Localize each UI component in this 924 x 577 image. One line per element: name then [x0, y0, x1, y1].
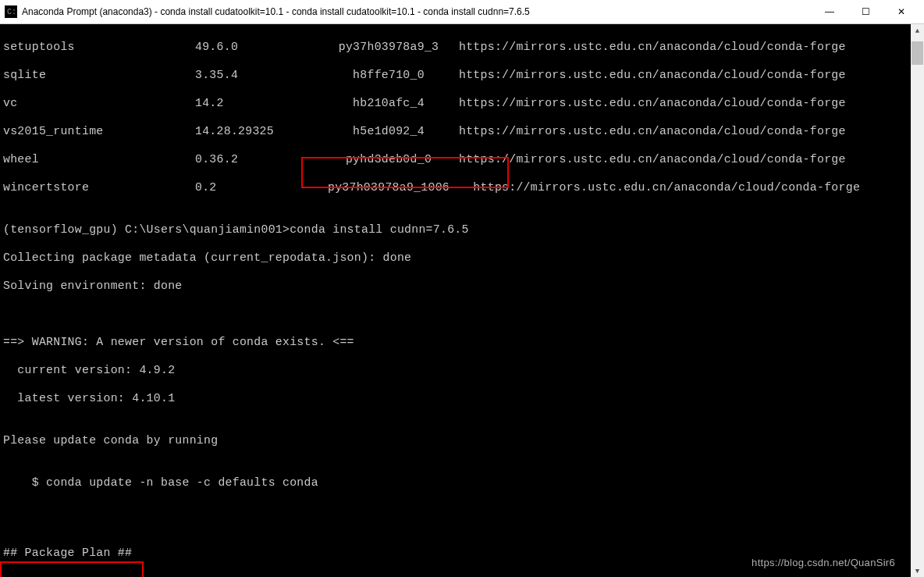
pkg-row: vc14.2hb210afc_4https://mirrors.ustc.edu…: [3, 96, 908, 110]
term-line: Solving environment: done: [3, 279, 908, 293]
scroll-up-arrow[interactable]: ▲: [911, 24, 924, 37]
app-icon: C:\: [5, 5, 17, 18]
terminal-output[interactable]: setuptools49.6.0py37h03978a9_3https://mi…: [0, 24, 911, 577]
vertical-scrollbar[interactable]: ▲ ▼: [911, 24, 924, 577]
watermark-text: https://blog.csdn.net/QuanSir6: [752, 556, 895, 570]
close-button[interactable]: ✕: [883, 0, 919, 23]
highlight-box-proceed: [0, 561, 144, 577]
maximize-button[interactable]: ☐: [848, 0, 883, 23]
term-line: Collecting package metadata (current_rep…: [3, 251, 908, 265]
pkg-row: vs2015_runtime14.28.29325h5e1d092_4https…: [3, 124, 908, 138]
term-line: current version: 4.9.2: [3, 363, 908, 377]
window-titlebar: C:\ Anaconda Prompt (anaconda3) - conda …: [0, 0, 924, 24]
pkg-row: wincertstore0.2py37h03978a9_1006 https:/…: [3, 180, 908, 194]
pkg-row: setuptools49.6.0py37h03978a9_3https://mi…: [3, 40, 908, 54]
pkg-row: wheel0.36.2pyhd3deb0d_0https://mirrors.u…: [3, 152, 908, 166]
minimize-button[interactable]: —: [812, 0, 848, 23]
svg-text:C:\: C:\: [7, 8, 17, 16]
term-line: $ conda update -n base -c defaults conda: [3, 475, 908, 490]
term-line: ==> WARNING: A newer version of conda ex…: [3, 335, 908, 349]
window-title: Anaconda Prompt (anaconda3) - conda inst…: [22, 6, 812, 17]
term-line: Please update conda by running: [3, 433, 908, 447]
scroll-thumb[interactable]: [912, 41, 923, 65]
term-line: latest version: 4.10.1: [3, 391, 908, 405]
prompt-command: conda install cudnn=7.6.5: [290, 223, 469, 236]
pkg-row: sqlite3.35.4h8ffe710_0https://mirrors.us…: [3, 68, 908, 82]
scroll-down-arrow[interactable]: ▼: [911, 565, 924, 577]
term-prompt-line: (tensorflow_gpu) C:\Users\quanjiamin001>…: [3, 223, 908, 237]
prompt-prefix: (tensorflow_gpu) C:\Users\quanjiamin001>: [3, 223, 290, 236]
